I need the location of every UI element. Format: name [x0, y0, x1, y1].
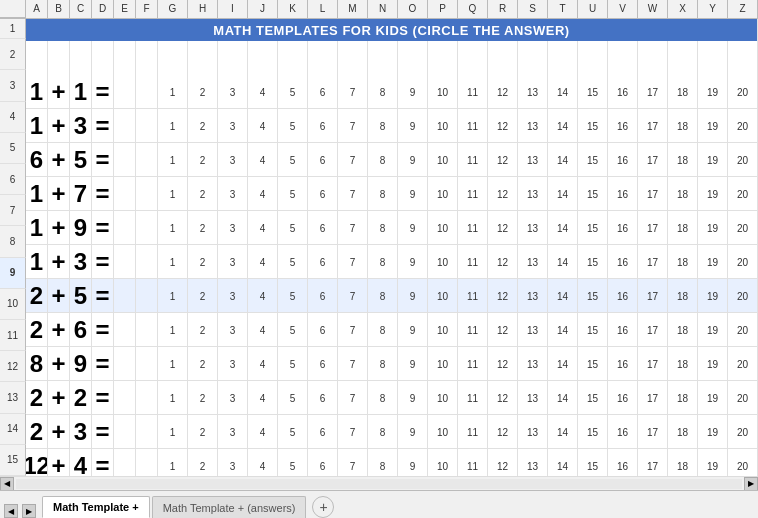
num-choice-10-3: 3 [218, 313, 248, 347]
num-choice-13-10: 10 [428, 415, 458, 449]
num-choice-9-8: 8 [368, 279, 398, 313]
math-cell-14-5 [136, 449, 158, 476]
cell-2-12 [338, 41, 368, 75]
num-choice-3-7: 7 [338, 75, 368, 109]
cell-2-19 [548, 41, 578, 75]
num-choice-6-13: 13 [518, 177, 548, 211]
num-choice-8-18: 18 [668, 245, 698, 279]
num-choice-3-11: 11 [458, 75, 488, 109]
num-choice-7-11: 11 [458, 211, 488, 245]
num-choice-7-12: 12 [488, 211, 518, 245]
col-header-h: H [188, 0, 218, 18]
math-row-9: 2+5=1234567891011121314151617181920 [26, 279, 758, 313]
num-choice-11-6: 6 [308, 347, 338, 381]
num-choice-13-16: 16 [608, 415, 638, 449]
num-choice-3-18: 18 [668, 75, 698, 109]
tab-math-template-answers[interactable]: Math Template + (answers) [152, 496, 307, 518]
num-choice-12-8: 8 [368, 381, 398, 415]
col-header-u: U [578, 0, 608, 18]
num-choice-6-19: 19 [698, 177, 728, 211]
row-num-12: 12 [0, 351, 26, 382]
num-choice-5-11: 11 [458, 143, 488, 177]
num-choice-11-8: 8 [368, 347, 398, 381]
num-choice-7-1: 1 [158, 211, 188, 245]
num-choice-13-15: 15 [578, 415, 608, 449]
num-choice-4-10: 10 [428, 109, 458, 143]
num-choice-3-10: 10 [428, 75, 458, 109]
horizontal-scrollbar[interactable]: ◀ ▶ [0, 476, 758, 490]
math-cell-3-3: = [92, 75, 114, 109]
num-choice-4-9: 9 [398, 109, 428, 143]
num-choice-11-18: 18 [668, 347, 698, 381]
row-num-3: 3 [0, 70, 26, 101]
math-cell-9-5 [136, 279, 158, 313]
tab-math-template[interactable]: Math Template + [42, 496, 150, 518]
num-choice-7-5: 5 [278, 211, 308, 245]
num-choice-4-5: 5 [278, 109, 308, 143]
num-choice-13-14: 14 [548, 415, 578, 449]
num-choice-11-16: 16 [608, 347, 638, 381]
tab-scroll-left[interactable]: ◀ [4, 504, 18, 518]
num-choice-4-15: 15 [578, 109, 608, 143]
math-cell-10-0: 2 [26, 313, 48, 347]
scroll-left-btn[interactable]: ◀ [0, 477, 14, 491]
num-choice-10-12: 12 [488, 313, 518, 347]
scroll-track[interactable] [16, 479, 742, 489]
num-choice-3-8: 8 [368, 75, 398, 109]
title-row: MATH TEMPLATES FOR KIDS (CIRCLE THE ANSW… [26, 19, 758, 41]
math-cell-11-2: 9 [70, 347, 92, 381]
num-choice-13-17: 17 [638, 415, 668, 449]
add-tab-icon: + [319, 499, 327, 515]
num-choice-13-12: 12 [488, 415, 518, 449]
math-cell-6-4 [114, 177, 136, 211]
math-cell-6-3: = [92, 177, 114, 211]
num-choice-5-16: 16 [608, 143, 638, 177]
row-numbers: 123456789101112131415 [0, 19, 26, 476]
num-choice-10-15: 15 [578, 313, 608, 347]
num-choice-3-2: 2 [188, 75, 218, 109]
math-cell-7-0: 1 [26, 211, 48, 245]
num-choice-4-8: 8 [368, 109, 398, 143]
cell-2-8 [218, 41, 248, 75]
math-cell-7-4 [114, 211, 136, 245]
num-choice-9-11: 11 [458, 279, 488, 313]
add-tab-button[interactable]: + [312, 496, 334, 518]
num-choice-14-14: 14 [548, 449, 578, 476]
num-choice-11-15: 15 [578, 347, 608, 381]
tab-scroll-right[interactable]: ▶ [22, 504, 36, 518]
math-cell-12-3: = [92, 381, 114, 415]
num-choice-12-11: 11 [458, 381, 488, 415]
num-choice-11-1: 1 [158, 347, 188, 381]
math-cell-13-0: 2 [26, 415, 48, 449]
num-choice-13-9: 9 [398, 415, 428, 449]
num-choice-8-16: 16 [608, 245, 638, 279]
num-choice-10-4: 4 [248, 313, 278, 347]
num-choice-13-2: 2 [188, 415, 218, 449]
col-header-m: M [338, 0, 368, 18]
num-choice-4-18: 18 [668, 109, 698, 143]
num-choice-8-6: 6 [308, 245, 338, 279]
math-cell-5-4 [114, 143, 136, 177]
num-choice-13-8: 8 [368, 415, 398, 449]
title-cell: MATH TEMPLATES FOR KIDS (CIRCLE THE ANSW… [26, 19, 758, 41]
num-choice-5-5: 5 [278, 143, 308, 177]
col-header-j: J [248, 0, 278, 18]
math-cell-14-3: = [92, 449, 114, 476]
num-choice-14-7: 7 [338, 449, 368, 476]
num-choice-10-2: 2 [188, 313, 218, 347]
num-choice-6-14: 14 [548, 177, 578, 211]
num-choice-7-6: 6 [308, 211, 338, 245]
num-choice-12-20: 20 [728, 381, 758, 415]
math-row-13: 2+3=1234567891011121314151617181920 [26, 415, 758, 449]
row-num-9: 9 [0, 258, 26, 289]
num-choice-8-3: 3 [218, 245, 248, 279]
num-choice-9-10: 10 [428, 279, 458, 313]
num-choice-5-14: 14 [548, 143, 578, 177]
num-choice-3-17: 17 [638, 75, 668, 109]
scroll-right-btn[interactable]: ▶ [744, 477, 758, 491]
math-row-5: 6+5=1234567891011121314151617181920 [26, 143, 758, 177]
num-choice-6-12: 12 [488, 177, 518, 211]
col-header-y: Y [698, 0, 728, 18]
num-choice-12-1: 1 [158, 381, 188, 415]
num-choice-10-18: 18 [668, 313, 698, 347]
